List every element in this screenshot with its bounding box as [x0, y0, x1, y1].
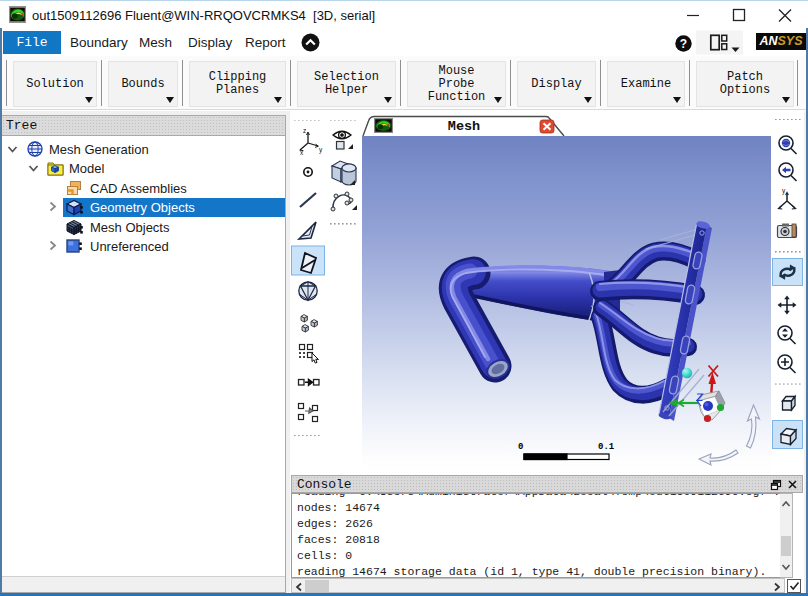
svg-text:z: z [303, 127, 306, 134]
svg-text:Mesh: Mesh [448, 119, 480, 134]
svg-text:y: y [782, 187, 786, 195]
svg-text:0.1: 0.1 [598, 442, 615, 452]
svg-text:y: y [319, 146, 323, 154]
svg-text:x: x [300, 149, 304, 156]
svg-text:0: 0 [518, 442, 523, 452]
svg-text:?: ? [680, 37, 687, 51]
